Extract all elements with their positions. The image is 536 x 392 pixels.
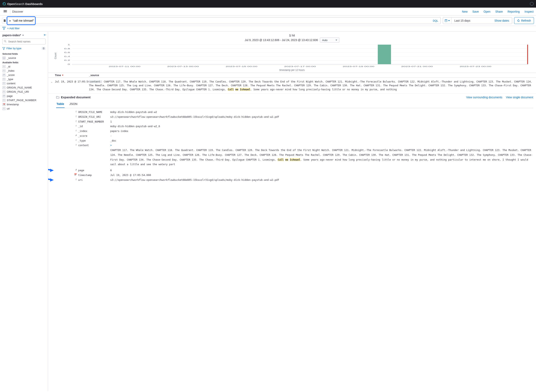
open-link[interactable]: Open [484, 10, 490, 13]
share-link[interactable]: Share [495, 10, 503, 13]
field-type-label: t [56, 138, 78, 143]
field-search-input[interactable] [2, 38, 46, 44]
inspect-link[interactable]: Inspect [525, 10, 534, 13]
svg-text:2023-07-17 00:00: 2023-07-17 00:00 [284, 65, 316, 67]
field-name: _source [7, 56, 16, 60]
svg-text:0.8: 0.8 [64, 47, 70, 49]
search-input[interactable] [13, 17, 430, 24]
field-type-icon: # [2, 74, 6, 76]
doc-source-cell: content: CHAPTER 117. The Whale Watch. C… [89, 80, 533, 91]
y-axis-label: Count [54, 53, 57, 59]
field-name: uri [7, 107, 10, 110]
funnel-icon [2, 47, 5, 50]
date-range-display[interactable]: Last 15 days [452, 19, 492, 22]
field-item[interactable]: tSTART_PAGE_NUMBER [2, 98, 46, 102]
field-type-label: 📅 [56, 173, 78, 177]
field-type-icon: t [2, 86, 6, 89]
column-source[interactable]: _source [89, 74, 99, 77]
field-key: content [78, 143, 110, 148]
interval-select[interactable]: Auto [320, 37, 339, 43]
field-item[interactable]: t_index [2, 69, 46, 73]
field-value: moby-dick-hidden-paystub-and-w2 [110, 110, 533, 115]
field-item[interactable]: t_type [2, 77, 46, 81]
expand-toggle[interactable]: ⌄ [51, 80, 55, 91]
field-row: tSTART_PAGE_NUMBER1 [56, 119, 533, 124]
field-key: START_PAGE_NUMBER [78, 119, 110, 124]
field-value: papers-index [110, 129, 533, 134]
app-header: Discover New Save Open Share Reporting I… [0, 8, 536, 16]
field-type-icon: t [2, 70, 6, 72]
show-dates-link[interactable]: Show dates [492, 19, 512, 22]
doc-time-cell: Jul 19, 2023 @ 17:05:54.000 [55, 80, 89, 91]
field-item[interactable]: #_score [2, 73, 46, 77]
filter-by-type-label: Filter by type [6, 47, 21, 50]
view-surrounding-link[interactable]: View surrounding documents [466, 96, 502, 99]
quick-select-button[interactable] [443, 17, 452, 24]
field-name: ORIGIN_FILE_NAME [7, 86, 32, 89]
field-item[interactable]: turi [2, 107, 46, 111]
reporting-link[interactable]: Reporting [507, 10, 520, 13]
product-logo[interactable]: OpenSearch Dashboards [2, 2, 43, 6]
field-name: _type [7, 78, 13, 81]
field-type-icon: 📅 [2, 103, 6, 106]
new-link[interactable]: New [462, 10, 468, 13]
query-chevron-icon[interactable]: ▶ [8, 19, 13, 22]
field-item[interactable]: tORIGIN_FILE_URI [2, 90, 46, 94]
query-bar: ▶ DQL Last 15 days Show dates Refresh [0, 16, 536, 26]
filter-by-type-button[interactable]: Filter by type 0 [2, 46, 46, 51]
chart-canvas[interactable]: 00.20.40.60.812023-07-11 00:002023-07-13… [58, 44, 530, 68]
field-item[interactable]: tORIGIN_FILE_NAME [2, 85, 46, 90]
field-type-label: t [56, 129, 78, 134]
dql-toggle[interactable]: DQL [430, 19, 440, 22]
expanded-tabs: Table JSON [56, 101, 533, 108]
save-link[interactable]: Save [473, 10, 479, 13]
field-row: turis3://opensearchworkflow-opensearchwo… [56, 177, 533, 182]
view-single-link[interactable]: View single document [506, 96, 533, 99]
index-pattern-picker[interactable]: papers-index* [2, 34, 46, 37]
field-type-icon: t [2, 65, 6, 68]
field-type-label: t [56, 124, 78, 129]
field-name: _id [7, 65, 10, 68]
logo-icon [2, 2, 6, 6]
tab-json[interactable]: JSON [69, 101, 78, 108]
header-actions: New Save Open Share Reporting Inspect [462, 10, 534, 13]
svg-text:1: 1 [67, 44, 70, 46]
field-key: ORIGIN_FILE_URI [78, 115, 110, 119]
hit-count: 1 hit [48, 34, 536, 37]
folder-open-icon [56, 96, 59, 99]
global-header: OpenSearch Dashboards [0, 0, 536, 8]
field-key: page [78, 168, 110, 173]
query-input-wrapper: ▶ DQL [8, 17, 441, 24]
field-row: tORIGIN_FILE_URIs3://opensearchworkflow-… [56, 115, 533, 119]
field-item[interactable]: ◎_source [2, 56, 46, 60]
svg-text:2023-07-21 00:00: 2023-07-21 00:00 [401, 65, 433, 67]
field-row: #_score - [56, 134, 533, 138]
nav-toggle-button[interactable] [2, 9, 8, 14]
field-item[interactable]: tcontent [2, 81, 46, 85]
field-name: _index [7, 69, 14, 72]
collapse-toggle[interactable]: > [110, 144, 112, 147]
help-icon[interactable] [530, 2, 534, 6]
svg-text:0.2: 0.2 [64, 59, 70, 61]
field-row: #page6 [56, 168, 533, 173]
svg-text:2023-07-23 00:00: 2023-07-23 00:00 [460, 65, 491, 67]
histogram-chart: Count 00.20.40.60.812023-07-11 00:002023… [48, 44, 536, 68]
tab-table[interactable]: Table [56, 101, 65, 108]
refresh-button[interactable]: Refresh [514, 17, 534, 24]
field-item[interactable]: #page [2, 94, 46, 98]
field-value: > [110, 143, 533, 148]
field-item[interactable]: 📅timestamp [2, 102, 46, 107]
filter-options-icon[interactable] [2, 27, 6, 30]
collapse-sidebar-button[interactable]: ⇤ [44, 33, 46, 37]
doc-table-header: Time ▼ _source [48, 73, 536, 78]
sidebar: ⇤ papers-index* Filter by type 0 Selecte… [0, 32, 48, 391]
saved-queries-button[interactable] [2, 18, 7, 24]
field-type-label: t [56, 143, 78, 148]
svg-text:0.4: 0.4 [64, 56, 70, 57]
add-filter-button[interactable]: + Add filter [7, 27, 20, 30]
field-key: _score [78, 134, 110, 138]
svg-text:2023-07-15 00:00: 2023-07-15 00:00 [226, 65, 257, 67]
chevron-down-icon [22, 35, 24, 36]
field-item[interactable]: t_id [2, 65, 46, 69]
column-time[interactable]: Time ▼ [55, 74, 89, 77]
